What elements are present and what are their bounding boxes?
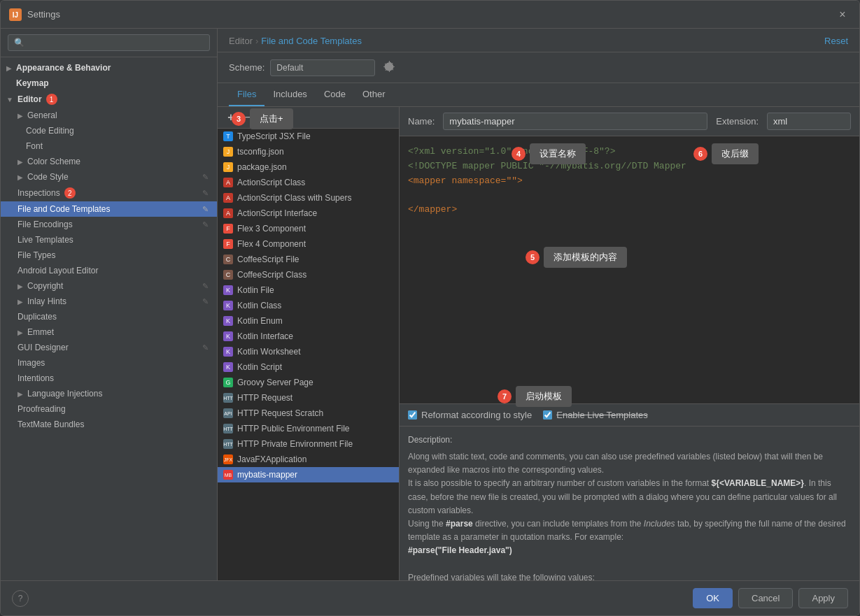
tab-code[interactable]: Code — [316, 83, 354, 106]
tab-includes[interactable]: Includes — [265, 83, 315, 106]
sidebar-item-gui-designer[interactable]: GUI Designer ✎ — [1, 340, 217, 355]
arrow-icon: ▶ — [17, 112, 23, 120]
name-label: Name: — [408, 116, 435, 127]
extension-label: Extension: — [716, 116, 759, 127]
reset-button[interactable]: Reset — [824, 36, 848, 46]
enable-live-checkbox-row[interactable]: Enable Live Templates — [543, 410, 648, 420]
app-icon: IJ — [9, 8, 22, 21]
sidebar-item-textmate[interactable]: TextMate Bundles — [1, 417, 217, 432]
file-item-kotlin-script[interactable]: K Kotlin Script — [218, 359, 399, 375]
scheme-select[interactable]: Default — [270, 59, 375, 76]
sidebar-item-appearance[interactable]: ▶ Appearance & Behavior — [1, 60, 217, 76]
file-item-tsx[interactable]: T TypeScript JSX File — [218, 129, 399, 144]
sidebar-item-keymap[interactable]: Keymap — [1, 76, 217, 91]
sidebar-item-font[interactable]: Font — [1, 138, 217, 154]
sidebar-item-android-layout[interactable]: Android Layout Editor — [1, 263, 217, 278]
file-item-http-scratch[interactable]: API HTTP Request Scratch — [218, 406, 399, 421]
apply-button[interactable]: Apply — [798, 588, 848, 608]
class-icon: A — [223, 178, 233, 187]
svg-text:IJ: IJ — [13, 11, 18, 19]
sidebar-item-general[interactable]: ▶ General — [1, 108, 217, 123]
file-item-http-request[interactable]: HTT HTTP Request — [218, 390, 399, 406]
file-item-kotlin-worksheet[interactable]: K Kotlin Worksheet — [218, 344, 399, 359]
file-item-kotlin-interface[interactable]: K Kotlin Interface — [218, 329, 399, 344]
file-item-kotlin-class[interactable]: K Kotlin Class — [218, 298, 399, 313]
sidebar-item-color-scheme[interactable]: ▶ Color Scheme — [1, 154, 217, 169]
kotlin-icon: K — [223, 347, 233, 357]
sidebar-search-input[interactable] — [8, 34, 210, 51]
sidebar-item-proofreading[interactable]: Proofreading — [1, 401, 217, 417]
sidebar-item-editor[interactable]: ▼ Editor 1 — [1, 91, 217, 108]
sidebar-item-label: Proofreading — [17, 404, 66, 414]
sidebar-item-label: TextMate Bundles — [17, 420, 84, 429]
file-item-coffee-class[interactable]: C CoffeeScript Class — [218, 267, 399, 282]
file-item-flex3[interactable]: F Flex 3 Component — [218, 221, 399, 236]
sidebar-item-language-injections[interactable]: ▶ Language Injections — [1, 386, 217, 401]
sidebar-item-intentions[interactable]: Intentions — [1, 371, 217, 386]
scheme-gear-button[interactable] — [381, 58, 397, 77]
file-item-as-interface[interactable]: A ActionScript Interface — [218, 206, 399, 221]
dialog-title: Settings — [27, 9, 834, 20]
file-item-name: Kotlin Worksheet — [237, 347, 301, 357]
file-item-groovy-server[interactable]: G Groovy Server Page — [218, 375, 399, 390]
sidebar-item-code-style[interactable]: ▶ Code Style ✎ — [1, 169, 217, 185]
sidebar-item-inlay-hints[interactable]: ▶ Inlay Hints ✎ — [1, 294, 217, 309]
copy-template-button[interactable]: ⎘ — [257, 110, 272, 125]
close-button[interactable]: × — [834, 6, 851, 23]
sidebar-item-file-encodings[interactable]: File Encodings ✎ — [1, 217, 217, 232]
sidebar-item-inspections[interactable]: Inspections 2 ✎ — [1, 185, 217, 201]
code-editor[interactable]: <?xml version="1.0" encoding="UTF-8"?> <… — [400, 136, 859, 403]
sidebar-item-images[interactable]: Images — [1, 355, 217, 371]
sidebar-item-code-editing[interactable]: Code Editing — [1, 123, 217, 138]
file-item-javafx[interactable]: JFX JavaFXApplication — [218, 452, 399, 467]
tab-other[interactable]: Other — [354, 83, 394, 106]
sidebar-item-file-code-templates[interactable]: File and Code Templates ✎ — [1, 201, 217, 217]
enable-live-checkbox[interactable] — [543, 410, 552, 420]
file-item-name: tsconfig.json — [237, 147, 284, 157]
flex-icon: F — [223, 239, 233, 249]
sidebar-item-label: Live Templates — [17, 235, 73, 245]
sidebar-item-copyright[interactable]: ▶ Copyright ✎ — [1, 278, 217, 294]
enable-live-label: Enable Live Templates — [556, 410, 648, 420]
reformat-checkbox[interactable] — [408, 410, 417, 420]
sidebar-item-label: Emmet — [27, 327, 54, 337]
arrow-icon: ▼ — [6, 96, 13, 103]
dialog-body: ▶ Appearance & Behavior Keymap ▼ Editor … — [1, 29, 859, 580]
ok-button[interactable]: OK — [693, 588, 733, 608]
sidebar-item-label: Color Scheme — [27, 157, 80, 166]
file-item-http-public[interactable]: HTT HTTP Public Environment File — [218, 421, 399, 436]
file-item-name: HTTP Request — [237, 393, 292, 403]
sidebar-search-container — [1, 29, 217, 57]
name-input[interactable] — [443, 113, 707, 130]
file-item-as-class-supers[interactable]: A ActionScript Class with Supers — [218, 190, 399, 206]
extension-input[interactable] — [767, 113, 851, 130]
add-template-button[interactable]: + — [223, 110, 239, 125]
file-item-kotlin-enum[interactable]: K Kotlin Enum — [218, 313, 399, 329]
sidebar-tree: ▶ Appearance & Behavior Keymap ▼ Editor … — [1, 57, 217, 580]
sidebar-item-label: Android Layout Editor — [17, 266, 98, 275]
title-bar: IJ Settings × — [1, 1, 859, 29]
tabs-row: Files Includes Code Other — [218, 83, 859, 107]
cancel-button[interactable]: Cancel — [738, 588, 793, 608]
reset-template-button[interactable]: ↺ — [274, 110, 289, 125]
file-item-mybatis[interactable]: MB mybatis-mapper — [218, 467, 399, 482]
sidebar-item-duplicates[interactable]: Duplicates — [1, 309, 217, 324]
tab-files[interactable]: Files — [229, 83, 265, 106]
reformat-checkbox-row[interactable]: Reformat according to style — [408, 410, 532, 420]
file-item-tsconfig[interactable]: J tsconfig.json — [218, 144, 399, 159]
file-item-http-private[interactable]: HTT HTTP Private Environment File — [218, 436, 399, 452]
file-item-coffee-file[interactable]: C CoffeeScript File — [218, 252, 399, 267]
file-item-name: mybatis-mapper — [237, 470, 297, 480]
remove-template-button[interactable]: − — [240, 110, 255, 125]
sidebar-item-file-types[interactable]: File Types — [1, 248, 217, 263]
sidebar-item-emmet[interactable]: ▶ Emmet — [1, 324, 217, 340]
sidebar-item-live-templates[interactable]: Live Templates — [1, 232, 217, 248]
description-title: Description: — [408, 434, 851, 446]
content-area: + − ⎘ ↺ T TypeScript JSX File J tsconfig… — [218, 107, 859, 580]
file-item-package-json[interactable]: J package.json — [218, 159, 399, 175]
scheme-row: Scheme: Default — [218, 52, 859, 83]
help-button[interactable]: ? — [12, 590, 29, 607]
file-item-flex4[interactable]: F Flex 4 Component — [218, 236, 399, 252]
file-item-as-class[interactable]: A ActionScript Class — [218, 175, 399, 190]
file-item-kotlin-file[interactable]: K Kotlin File — [218, 282, 399, 298]
